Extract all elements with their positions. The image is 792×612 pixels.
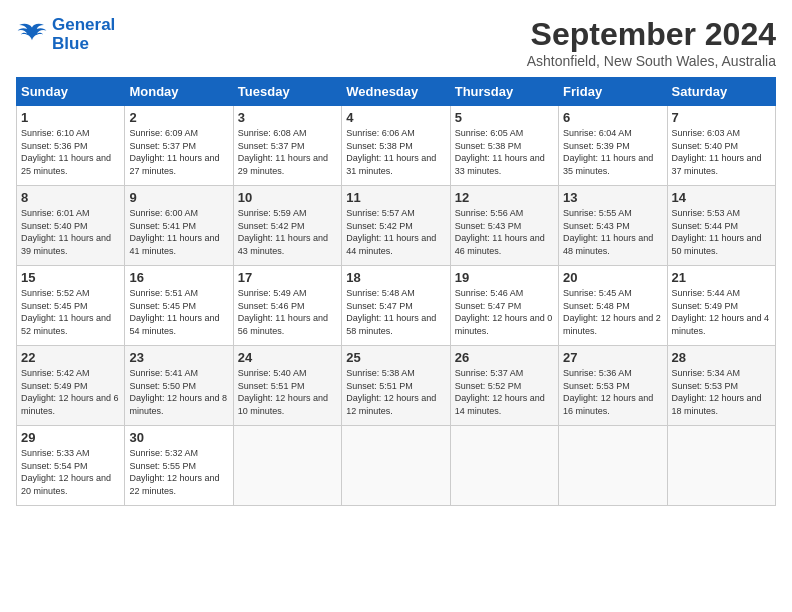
calendar-cell: 24 Sunrise: 5:40 AMSunset: 5:51 PMDaylig… <box>233 346 341 426</box>
calendar-cell: 11 Sunrise: 5:57 AMSunset: 5:42 PMDaylig… <box>342 186 450 266</box>
day-detail: Sunrise: 6:00 AMSunset: 5:41 PMDaylight:… <box>129 208 219 256</box>
day-detail: Sunrise: 5:51 AMSunset: 5:45 PMDaylight:… <box>129 288 219 336</box>
calendar-cell <box>450 426 558 506</box>
day-detail: Sunrise: 5:46 AMSunset: 5:47 PMDaylight:… <box>455 288 553 336</box>
calendar-cell: 1 Sunrise: 6:10 AMSunset: 5:36 PMDayligh… <box>17 106 125 186</box>
calendar-cell <box>559 426 667 506</box>
day-detail: Sunrise: 6:06 AMSunset: 5:38 PMDaylight:… <box>346 128 436 176</box>
page-header: General Blue September 2024 Ashtonfield,… <box>16 16 776 69</box>
calendar-cell: 5 Sunrise: 6:05 AMSunset: 5:38 PMDayligh… <box>450 106 558 186</box>
day-number: 12 <box>455 190 554 205</box>
day-number: 27 <box>563 350 662 365</box>
day-detail: Sunrise: 5:45 AMSunset: 5:48 PMDaylight:… <box>563 288 661 336</box>
day-number: 13 <box>563 190 662 205</box>
day-detail: Sunrise: 5:40 AMSunset: 5:51 PMDaylight:… <box>238 368 328 416</box>
day-number: 6 <box>563 110 662 125</box>
calendar-cell: 21 Sunrise: 5:44 AMSunset: 5:49 PMDaylig… <box>667 266 775 346</box>
calendar-cell: 15 Sunrise: 5:52 AMSunset: 5:45 PMDaylig… <box>17 266 125 346</box>
day-number: 17 <box>238 270 337 285</box>
day-number: 8 <box>21 190 120 205</box>
calendar-cell: 29 Sunrise: 5:33 AMSunset: 5:54 PMDaylig… <box>17 426 125 506</box>
day-detail: Sunrise: 5:34 AMSunset: 5:53 PMDaylight:… <box>672 368 762 416</box>
day-number: 25 <box>346 350 445 365</box>
day-number: 4 <box>346 110 445 125</box>
day-number: 20 <box>563 270 662 285</box>
calendar-week-row: 15 Sunrise: 5:52 AMSunset: 5:45 PMDaylig… <box>17 266 776 346</box>
calendar-cell: 23 Sunrise: 5:41 AMSunset: 5:50 PMDaylig… <box>125 346 233 426</box>
day-detail: Sunrise: 5:59 AMSunset: 5:42 PMDaylight:… <box>238 208 328 256</box>
day-number: 2 <box>129 110 228 125</box>
day-number: 16 <box>129 270 228 285</box>
day-number: 22 <box>21 350 120 365</box>
day-detail: Sunrise: 5:48 AMSunset: 5:47 PMDaylight:… <box>346 288 436 336</box>
calendar-table: SundayMondayTuesdayWednesdayThursdayFrid… <box>16 77 776 506</box>
day-number: 3 <box>238 110 337 125</box>
calendar-cell: 12 Sunrise: 5:56 AMSunset: 5:43 PMDaylig… <box>450 186 558 266</box>
day-detail: Sunrise: 6:04 AMSunset: 5:39 PMDaylight:… <box>563 128 653 176</box>
calendar-cell: 17 Sunrise: 5:49 AMSunset: 5:46 PMDaylig… <box>233 266 341 346</box>
day-number: 7 <box>672 110 771 125</box>
day-detail: Sunrise: 5:36 AMSunset: 5:53 PMDaylight:… <box>563 368 653 416</box>
calendar-cell: 8 Sunrise: 6:01 AMSunset: 5:40 PMDayligh… <box>17 186 125 266</box>
weekday-header-thursday: Thursday <box>450 78 558 106</box>
calendar-cell: 27 Sunrise: 5:36 AMSunset: 5:53 PMDaylig… <box>559 346 667 426</box>
day-number: 23 <box>129 350 228 365</box>
day-detail: Sunrise: 5:55 AMSunset: 5:43 PMDaylight:… <box>563 208 653 256</box>
day-number: 18 <box>346 270 445 285</box>
day-detail: Sunrise: 5:49 AMSunset: 5:46 PMDaylight:… <box>238 288 328 336</box>
day-detail: Sunrise: 5:56 AMSunset: 5:43 PMDaylight:… <box>455 208 545 256</box>
day-detail: Sunrise: 6:10 AMSunset: 5:36 PMDaylight:… <box>21 128 111 176</box>
calendar-cell: 3 Sunrise: 6:08 AMSunset: 5:37 PMDayligh… <box>233 106 341 186</box>
day-detail: Sunrise: 6:01 AMSunset: 5:40 PMDaylight:… <box>21 208 111 256</box>
calendar-cell: 4 Sunrise: 6:06 AMSunset: 5:38 PMDayligh… <box>342 106 450 186</box>
calendar-cell: 30 Sunrise: 5:32 AMSunset: 5:55 PMDaylig… <box>125 426 233 506</box>
day-detail: Sunrise: 5:57 AMSunset: 5:42 PMDaylight:… <box>346 208 436 256</box>
day-number: 5 <box>455 110 554 125</box>
day-detail: Sunrise: 5:32 AMSunset: 5:55 PMDaylight:… <box>129 448 219 496</box>
day-detail: Sunrise: 6:08 AMSunset: 5:37 PMDaylight:… <box>238 128 328 176</box>
day-number: 26 <box>455 350 554 365</box>
day-detail: Sunrise: 6:03 AMSunset: 5:40 PMDaylight:… <box>672 128 762 176</box>
day-number: 9 <box>129 190 228 205</box>
day-detail: Sunrise: 5:33 AMSunset: 5:54 PMDaylight:… <box>21 448 111 496</box>
calendar-cell: 20 Sunrise: 5:45 AMSunset: 5:48 PMDaylig… <box>559 266 667 346</box>
day-number: 21 <box>672 270 771 285</box>
day-detail: Sunrise: 5:52 AMSunset: 5:45 PMDaylight:… <box>21 288 111 336</box>
day-detail: Sunrise: 6:05 AMSunset: 5:38 PMDaylight:… <box>455 128 545 176</box>
calendar-cell: 19 Sunrise: 5:46 AMSunset: 5:47 PMDaylig… <box>450 266 558 346</box>
day-number: 11 <box>346 190 445 205</box>
weekday-header-sunday: Sunday <box>17 78 125 106</box>
weekday-header-wednesday: Wednesday <box>342 78 450 106</box>
day-number: 15 <box>21 270 120 285</box>
calendar-week-row: 22 Sunrise: 5:42 AMSunset: 5:49 PMDaylig… <box>17 346 776 426</box>
calendar-cell: 28 Sunrise: 5:34 AMSunset: 5:53 PMDaylig… <box>667 346 775 426</box>
calendar-cell: 10 Sunrise: 5:59 AMSunset: 5:42 PMDaylig… <box>233 186 341 266</box>
day-number: 30 <box>129 430 228 445</box>
calendar-cell: 2 Sunrise: 6:09 AMSunset: 5:37 PMDayligh… <box>125 106 233 186</box>
weekday-header-monday: Monday <box>125 78 233 106</box>
calendar-week-row: 1 Sunrise: 6:10 AMSunset: 5:36 PMDayligh… <box>17 106 776 186</box>
calendar-cell: 25 Sunrise: 5:38 AMSunset: 5:51 PMDaylig… <box>342 346 450 426</box>
day-number: 1 <box>21 110 120 125</box>
day-number: 14 <box>672 190 771 205</box>
calendar-cell: 14 Sunrise: 5:53 AMSunset: 5:44 PMDaylig… <box>667 186 775 266</box>
day-detail: Sunrise: 6:09 AMSunset: 5:37 PMDaylight:… <box>129 128 219 176</box>
calendar-cell: 7 Sunrise: 6:03 AMSunset: 5:40 PMDayligh… <box>667 106 775 186</box>
calendar-cell: 22 Sunrise: 5:42 AMSunset: 5:49 PMDaylig… <box>17 346 125 426</box>
calendar-cell: 18 Sunrise: 5:48 AMSunset: 5:47 PMDaylig… <box>342 266 450 346</box>
day-number: 29 <box>21 430 120 445</box>
calendar-cell: 9 Sunrise: 6:00 AMSunset: 5:41 PMDayligh… <box>125 186 233 266</box>
day-detail: Sunrise: 5:42 AMSunset: 5:49 PMDaylight:… <box>21 368 119 416</box>
day-number: 19 <box>455 270 554 285</box>
day-number: 28 <box>672 350 771 365</box>
day-detail: Sunrise: 5:37 AMSunset: 5:52 PMDaylight:… <box>455 368 545 416</box>
day-detail: Sunrise: 5:38 AMSunset: 5:51 PMDaylight:… <box>346 368 436 416</box>
calendar-week-row: 8 Sunrise: 6:01 AMSunset: 5:40 PMDayligh… <box>17 186 776 266</box>
location-subtitle: Ashtonfield, New South Wales, Australia <box>527 53 776 69</box>
weekday-header-tuesday: Tuesday <box>233 78 341 106</box>
day-detail: Sunrise: 5:53 AMSunset: 5:44 PMDaylight:… <box>672 208 762 256</box>
calendar-week-row: 29 Sunrise: 5:33 AMSunset: 5:54 PMDaylig… <box>17 426 776 506</box>
day-number: 10 <box>238 190 337 205</box>
calendar-cell <box>342 426 450 506</box>
calendar-cell <box>667 426 775 506</box>
